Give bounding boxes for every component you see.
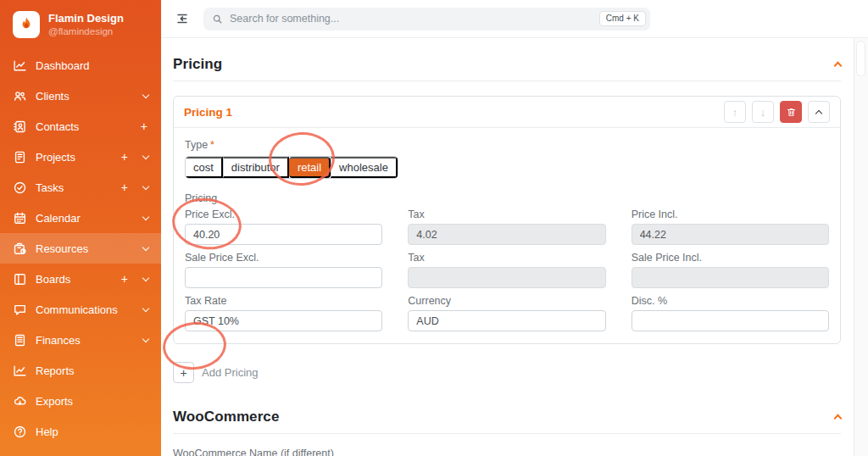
pricing-card-title: Pricing 1: [184, 106, 232, 119]
chevron-down-icon[interactable]: [142, 304, 149, 311]
collapse-section-icon[interactable]: [834, 414, 843, 423]
message-icon: [13, 303, 27, 317]
calendar-icon: [13, 211, 27, 225]
add-pricing-button[interactable]: +: [173, 362, 194, 383]
trash-icon: [786, 107, 797, 118]
users-icon: [13, 89, 27, 103]
chart-line-icon: [13, 58, 27, 73]
divider: [173, 81, 841, 81]
plus-icon[interactable]: +: [121, 150, 128, 164]
type-option-distributor[interactable]: distributor: [223, 157, 289, 178]
type-option-retail[interactable]: retail: [289, 157, 331, 178]
price-incl-input: [632, 224, 829, 245]
scrollbar-thumb[interactable]: [856, 41, 865, 76]
card-actions: ↑ ↓: [724, 101, 830, 123]
move-down-button[interactable]: ↓: [752, 101, 774, 123]
field-tax-rate: Tax Rate: [185, 292, 382, 331]
chevron-down-icon[interactable]: [142, 213, 149, 220]
pricing-group-label: Pricing: [185, 192, 829, 204]
type-label: Type*: [185, 138, 829, 152]
sale-price-excl-input[interactable]: [185, 267, 382, 288]
type-button-group: cost distributor retail wholesale: [185, 156, 398, 179]
sidebar-item-clients[interactable]: Clients: [0, 81, 161, 111]
brand-handle: @flamindesign: [48, 25, 124, 37]
package-icon: [13, 242, 27, 256]
sale-price-incl-input: [632, 267, 829, 288]
chevron-down-icon[interactable]: [142, 152, 149, 158]
disc-input[interactable]: [632, 310, 829, 331]
move-up-button[interactable]: ↑: [724, 101, 746, 123]
required-asterisk: *: [210, 139, 214, 151]
arrow-up-icon: ↑: [732, 106, 738, 119]
plus-icon[interactable]: +: [141, 120, 147, 133]
circle-check-icon: [13, 181, 27, 195]
app-window: Flamin Design @flamindesign Dashboard Cl…: [0, 0, 868, 456]
chevron-down-icon[interactable]: [142, 335, 149, 342]
type-option-wholesale[interactable]: wholesale: [331, 157, 398, 178]
main-area: Cmd + K Pricing Pricing 1 ↑ ↓: [161, 0, 868, 456]
search-input[interactable]: [230, 13, 599, 25]
content: Pricing Pricing 1 ↑ ↓: [161, 38, 868, 456]
search-icon: [212, 14, 223, 25]
pricing-card-body: Type* cost distributor retail wholesale …: [174, 128, 840, 343]
cloud-download-icon: [13, 394, 27, 409]
sidebar-item-calendar[interactable]: Calendar: [0, 203, 161, 233]
sidebar-item-resources[interactable]: Resources: [0, 233, 161, 264]
divider: [173, 433, 841, 434]
brand-name: Flamin Design: [48, 12, 124, 25]
topbar: Cmd + K: [161, 0, 868, 38]
field-price-excl: Price Excl.: [185, 206, 382, 245]
field-tax: Tax: [408, 206, 605, 245]
sidebar-item-finances[interactable]: Finances: [0, 325, 161, 355]
field-sale-price-incl: Sale Price Incl.: [632, 249, 829, 288]
plus-icon[interactable]: +: [121, 272, 128, 286]
columns-icon: [13, 272, 27, 286]
chevron-down-icon[interactable]: [142, 243, 149, 250]
pricing-fields-grid: Price Excl. Tax Price Incl. Sale Pr: [185, 206, 829, 331]
pricing-card: Pricing 1 ↑ ↓ Type* cost: [173, 96, 841, 344]
project-doc-icon: [13, 150, 27, 164]
chevron-down-icon[interactable]: [142, 274, 149, 281]
tax-rate-input[interactable]: [185, 310, 382, 331]
arrow-down-icon: ↓: [760, 106, 766, 119]
currency-input[interactable]: [408, 310, 605, 331]
field-sale-tax: Tax: [408, 249, 605, 288]
sidebar-item-boards[interactable]: Boards +: [0, 264, 161, 294]
chart-line-icon: [13, 364, 27, 378]
scrollbar-track[interactable]: [854, 38, 868, 456]
sidebar-item-dashboard[interactable]: Dashboard: [0, 50, 161, 81]
tax-input: [408, 224, 605, 245]
woocommerce-section-header: WooCommerce: [173, 383, 841, 425]
add-pricing: + Add Pricing: [173, 362, 841, 383]
woocommerce-section-title: WooCommerce: [173, 409, 279, 425]
sidebar-item-projects[interactable]: Projects +: [0, 142, 161, 172]
plus-icon: +: [180, 366, 186, 380]
sidebar: Flamin Design @flamindesign Dashboard Cl…: [0, 0, 161, 456]
search-bar[interactable]: Cmd + K: [203, 8, 650, 31]
pricing-section-title: Pricing: [173, 56, 222, 73]
sidebar-item-tasks[interactable]: Tasks +: [0, 172, 161, 203]
sidebar-item-reports[interactable]: Reports: [0, 355, 161, 386]
sidebar-item-communications[interactable]: Communications: [0, 294, 161, 325]
sidebar-nav: Dashboard Clients Contacts + Projects + …: [0, 50, 161, 447]
ledger-icon: [13, 333, 27, 348]
field-currency: Currency: [408, 292, 605, 331]
collapse-section-icon[interactable]: [834, 62, 843, 70]
pricing-card-header: Pricing 1 ↑ ↓: [174, 97, 840, 128]
chevron-down-icon[interactable]: [142, 91, 149, 97]
sidebar-item-exports[interactable]: Exports: [0, 386, 161, 416]
field-price-incl: Price Incl.: [632, 206, 829, 245]
plus-icon[interactable]: +: [121, 181, 128, 194]
sidebar-collapse-icon[interactable]: [173, 9, 192, 28]
add-pricing-label: Add Pricing: [202, 366, 258, 379]
type-option-cost[interactable]: cost: [186, 157, 223, 178]
brand[interactable]: Flamin Design @flamindesign: [0, 0, 161, 45]
help-circle-icon: [13, 425, 27, 439]
field-disc: Disc. %: [632, 292, 829, 331]
price-excl-input[interactable]: [185, 224, 382, 245]
chevron-down-icon[interactable]: [142, 182, 149, 189]
sidebar-item-help[interactable]: Help: [0, 416, 161, 447]
collapse-card-button[interactable]: [808, 101, 830, 123]
sidebar-item-contacts[interactable]: Contacts +: [0, 111, 161, 142]
delete-button[interactable]: [780, 101, 802, 123]
